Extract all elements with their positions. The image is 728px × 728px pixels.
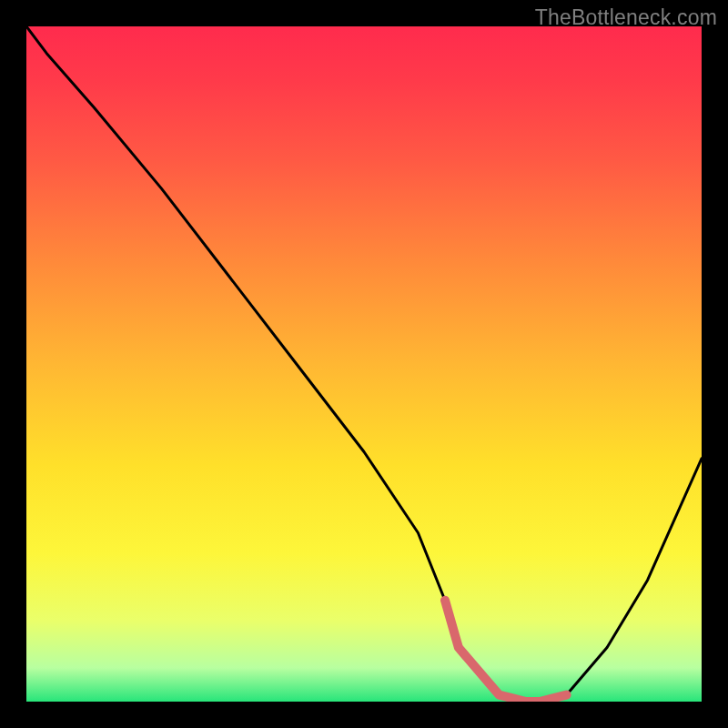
chart-svg [26, 26, 702, 702]
watermark-text: TheBottleneck.com [535, 5, 717, 30]
bottleneck-curve [26, 26, 702, 702]
chart-plot-area [26, 26, 702, 702]
optimal-range-highlight [445, 601, 567, 702]
